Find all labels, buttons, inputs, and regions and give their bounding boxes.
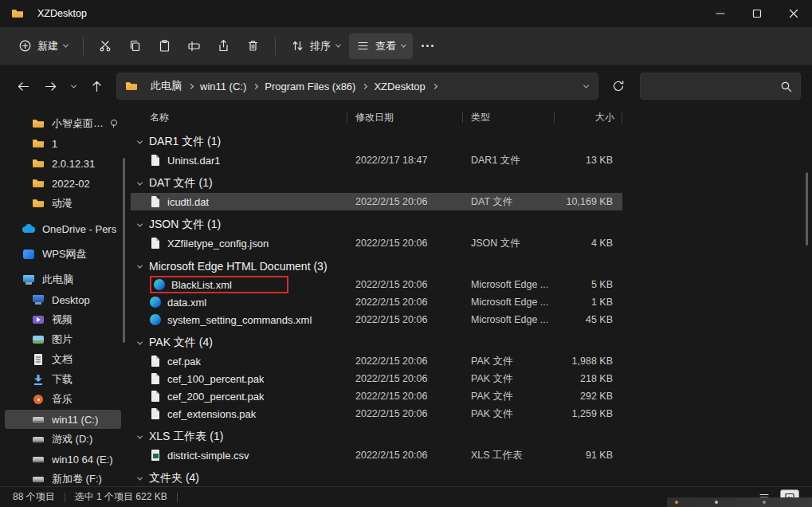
chevron-down-icon — [137, 262, 143, 268]
search-icon — [780, 81, 792, 92]
pin-icon — [108, 119, 118, 128]
file-row[interactable]: cef.pak 2022/2/15 20:06 PAK 文件 1,988 KB — [131, 352, 622, 370]
file-icon — [150, 407, 161, 420]
sidebar-item-folder-2-0-12-31[interactable]: 2.0.12.31 — [5, 154, 121, 173]
forward-button[interactable] — [38, 74, 62, 98]
file-row[interactable]: cef_200_percent.pak 2022/2/15 20:06 PAK … — [131, 387, 622, 405]
minimize-button[interactable] — [702, 0, 739, 27]
copy-button[interactable] — [121, 33, 149, 58]
chevron-right-icon[interactable] — [252, 84, 259, 88]
cut-button[interactable] — [92, 33, 120, 58]
sidebar-item-xiaozhi-folder[interactable]: 小智桌面安装 — [5, 114, 121, 133]
group-header-xls[interactable]: XLS 工作表 (1) — [131, 427, 812, 446]
maximize-button[interactable] — [739, 0, 775, 27]
group-header-folders[interactable]: 文件夹 (4) — [131, 469, 812, 486]
sidebar-item-anime-folder[interactable]: 动漫 — [5, 194, 121, 213]
breadcrumb-program-files-x86[interactable]: Program Files (x86) — [259, 81, 361, 92]
rename-button[interactable] — [180, 33, 208, 58]
sidebar-item-drive-f[interactable]: 新加卷 (F:) — [5, 470, 121, 489]
list-view-icon — [356, 39, 370, 53]
refresh-icon — [612, 80, 625, 92]
group-label: Microsoft Edge HTML Document (3) — [149, 260, 328, 273]
sidebar-item-this-pc[interactable]: 此电脑 — [5, 270, 121, 289]
sidebar-item-folder-1[interactable]: 1 — [5, 134, 121, 153]
delete-button[interactable] — [239, 33, 267, 58]
chevron-right-icon[interactable] — [431, 84, 438, 88]
file-row[interactable]: Uninst.dar1 2022/2/17 18:47 DAR1 文件 13 K… — [131, 151, 622, 169]
sidebar-item-videos[interactable]: 视频 — [5, 310, 121, 329]
sidebar-scrollbar[interactable] — [123, 158, 125, 343]
spreadsheet-file-icon — [150, 449, 161, 462]
column-header-date[interactable]: 修改日期 — [347, 107, 463, 128]
chevron-right-icon[interactable] — [187, 84, 194, 88]
file-name: system_setting_commands.xml — [167, 314, 312, 326]
chevron-right-icon[interactable] — [361, 84, 368, 88]
view-button[interactable]: 查看 — [349, 33, 413, 59]
group-label: DAR1 文件 (1) — [149, 135, 221, 149]
sidebar-item-drive-c[interactable]: win11 (C:) — [5, 410, 121, 429]
sidebar-item-drive-d[interactable]: 游戏 (D:) — [5, 430, 121, 449]
breadcrumb-this-pc[interactable]: 此电脑 — [145, 79, 187, 93]
sidebar-item-music[interactable]: 音乐 — [5, 390, 121, 409]
sidebar-item-drive-e[interactable]: win10 64 (E:) — [5, 450, 121, 469]
file-row[interactable]: district-simple.csv 2022/2/15 20:06 XLS … — [131, 446, 622, 464]
computer-icon — [22, 273, 35, 286]
share-icon — [217, 39, 230, 53]
search-box[interactable] — [640, 73, 801, 100]
group-header-pak[interactable]: PAK 文件 (4) — [131, 333, 812, 352]
column-header-type[interactable]: 类型 — [463, 107, 555, 128]
edge-file-icon — [150, 313, 161, 326]
breadcrumb-xzdesktop[interactable]: XZDesktop — [368, 81, 430, 92]
file-name: icudtl.dat — [167, 196, 209, 208]
up-button[interactable] — [84, 74, 108, 98]
paste-button[interactable] — [151, 33, 178, 58]
sidebar-item-label: 2.0.12.31 — [52, 158, 95, 170]
refresh-button[interactable] — [606, 74, 630, 98]
file-row-blacklist[interactable]: BlackList.xml 2022/2/15 20:06 Microsoft … — [131, 276, 622, 293]
search-input[interactable] — [649, 81, 780, 92]
address-bar[interactable]: 此电脑 win11 (C:) Program Files (x86) XZDes… — [116, 73, 598, 100]
column-header-name[interactable]: 名称 — [131, 107, 347, 128]
group-header-json[interactable]: JSON 文件 (1) — [131, 215, 812, 234]
file-size: 5 KB — [555, 279, 622, 290]
group-label: XLS 工作表 (1) — [149, 430, 223, 444]
explorer-window: XZDesktop 新建 — [0, 0, 812, 507]
new-button[interactable]: 新建 — [11, 33, 75, 59]
address-dropdown-button[interactable] — [584, 84, 590, 88]
group-header-edge-html[interactable]: Microsoft Edge HTML Document (3) — [131, 257, 812, 276]
sidebar-item-pictures[interactable]: 图片 — [5, 330, 121, 349]
file-type: Microsoft Edge ... — [463, 279, 555, 290]
file-size: 292 KB — [555, 391, 622, 402]
more-button[interactable] — [414, 38, 441, 53]
sidebar-item-wps-cloud[interactable]: WPS网盘 — [5, 245, 121, 264]
history-dropdown-button[interactable] — [65, 74, 81, 98]
file-row[interactable]: cef_extensions.pak 2022/2/15 20:06 PAK 文… — [131, 405, 622, 422]
file-row[interactable]: XZfiletype_config.json 2022/2/15 20:06 J… — [131, 234, 622, 252]
sidebar-item-label: 1 — [52, 138, 57, 150]
sidebar-item-folder-2022-02[interactable]: 2022-02 — [5, 174, 121, 193]
breadcrumb-drive-c[interactable]: win11 (C:) — [194, 81, 252, 92]
sidebar-item-label: Desktop — [52, 294, 90, 306]
file-row-selected[interactable]: icudtl.dat 2022/2/15 20:06 DAT 文件 10,169… — [131, 193, 622, 210]
back-button[interactable] — [11, 74, 35, 98]
file-row[interactable]: system_setting_commands.xml 2022/2/15 20… — [131, 311, 622, 328]
file-row[interactable]: cef_100_percent.pak 2022/2/15 20:06 PAK … — [131, 370, 622, 387]
close-button[interactable] — [775, 0, 812, 27]
share-button[interactable] — [210, 33, 237, 58]
file-row[interactable]: data.xml 2022/2/15 20:06 Microsoft Edge … — [131, 293, 622, 311]
sort-button[interactable]: 排序 — [284, 33, 347, 59]
sidebar-item-documents[interactable]: 文档 — [5, 350, 121, 369]
group-header-dat[interactable]: DAT 文件 (1) — [131, 174, 812, 193]
sidebar-item-onedrive[interactable]: OneDrive - Pers — [5, 219, 121, 238]
group-label: PAK 文件 (4) — [149, 336, 213, 350]
sidebar-item-downloads[interactable]: 下载 — [5, 370, 121, 389]
file-type: DAT 文件 — [463, 195, 555, 209]
list-scrollbar[interactable] — [806, 172, 808, 246]
sidebar-item-desktop[interactable]: Desktop — [5, 290, 121, 309]
group-header-dar1[interactable]: DAR1 文件 (1) — [131, 132, 812, 151]
file-list-pane: 名称 修改日期 类型 大小 DAR1 文件 (1) Uninst.dar1 20… — [126, 107, 812, 486]
column-header-size[interactable]: 大小 — [555, 107, 622, 128]
paste-icon — [158, 39, 171, 53]
download-icon — [32, 373, 45, 386]
desktop-icon — [32, 293, 45, 306]
